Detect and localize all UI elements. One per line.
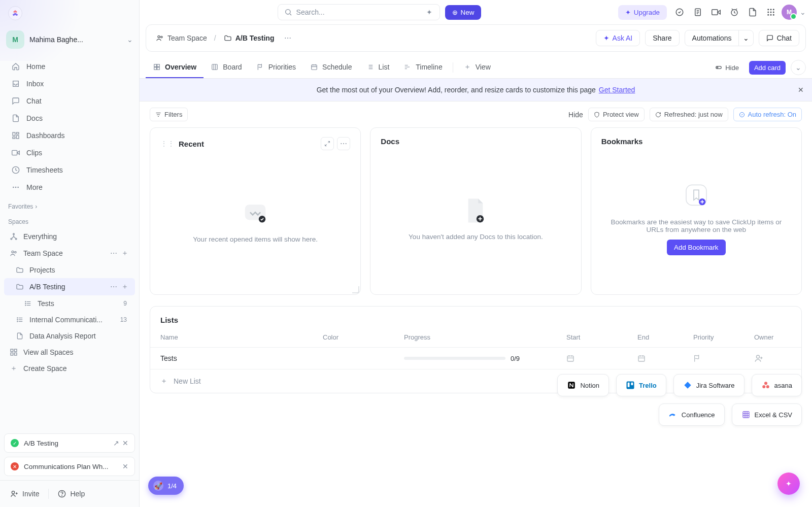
button-label: Hide [725, 64, 739, 72]
close-icon[interactable]: ✕ [122, 462, 128, 470]
plus-icon[interactable]: ＋ [120, 282, 130, 292]
nav-home[interactable]: Home [5, 58, 134, 75]
import-confluence[interactable]: Confluence [659, 403, 725, 426]
tree-tests[interactable]: Tests9 [4, 295, 135, 312]
new-button[interactable]: ⊕New [445, 5, 482, 20]
reminder-icon[interactable] [727, 5, 742, 20]
notepad-icon[interactable] [690, 5, 705, 20]
button-label: Upgrade [634, 9, 660, 16]
automations-dropdown[interactable]: ⌄ [738, 30, 754, 46]
chat-icon [766, 35, 773, 42]
add-bookmark-button[interactable]: Add Bookmark [667, 240, 725, 255]
resize-handle[interactable] [352, 286, 359, 293]
invite-button[interactable]: Invite [5, 487, 44, 501]
plus-icon[interactable]: ＋ [120, 248, 130, 258]
nav-timesheets[interactable]: Timesheets [5, 161, 134, 179]
more-icon[interactable]: ⋯ [281, 33, 294, 43]
help-button[interactable]: Help [53, 487, 90, 501]
ai-fab-button[interactable]: ✦ [777, 472, 800, 495]
add-view-button[interactable]: ＋View [456, 57, 498, 78]
owner-cell[interactable] [754, 354, 805, 363]
svg-point-72 [757, 355, 760, 358]
progress-text: 0/9 [511, 355, 520, 362]
tree-internal-comm[interactable]: Internal Communicati...13 [4, 312, 135, 328]
tab-overview[interactable]: Overview [146, 57, 204, 78]
ask-ai-button[interactable]: ✦Ask AI [596, 30, 640, 46]
svg-point-8 [13, 187, 14, 187]
tab-schedule[interactable]: Schedule [303, 57, 359, 78]
more-icon[interactable]: ⋯ [337, 137, 350, 150]
tree-create-space[interactable]: ＋Create Space [4, 360, 135, 377]
nav-chat[interactable]: Chat [5, 92, 134, 110]
workspace-switcher[interactable]: M Mahima Baghe... ⌄ [0, 26, 139, 53]
tree-projects[interactable]: Projects [4, 262, 135, 278]
share-button[interactable]: Share [645, 30, 679, 46]
breadcrumb-separator: / [214, 34, 216, 42]
tree-team-space[interactable]: Team Space ⋯＋ [4, 245, 135, 262]
svg-rect-3 [13, 137, 15, 139]
global-search[interactable]: Search... ✦ [278, 4, 440, 20]
apps-grid-icon[interactable] [763, 5, 779, 20]
chat-button[interactable]: Chat [759, 30, 799, 46]
svg-point-44 [770, 12, 772, 13]
protect-view-button[interactable]: Protect view [588, 108, 645, 121]
close-icon[interactable]: ✕ [122, 439, 128, 447]
card-options-button[interactable]: ⌄ [791, 60, 806, 75]
chevron-down-icon[interactable]: ⌄ [800, 8, 806, 16]
tree-data-report[interactable]: Data Analysis Report [4, 328, 135, 344]
docs-icon[interactable] [745, 5, 760, 20]
record-icon[interactable] [708, 5, 724, 20]
nav-label: Docs [26, 114, 43, 122]
nav-dashboards[interactable]: Dashboards [5, 127, 134, 144]
tab-board[interactable]: Board [204, 57, 249, 78]
tab-timeline[interactable]: Timeline [396, 57, 449, 78]
footer-label: Help [70, 490, 85, 498]
task-tray-icon[interactable] [672, 5, 687, 20]
hide-toggle[interactable]: Hide [710, 61, 744, 75]
card-bookmarks: Bookmarks Bookmarks are the easiest way … [591, 127, 802, 295]
tab-list[interactable]: List [359, 57, 396, 78]
add-card-button[interactable]: Add card [749, 61, 786, 75]
tab-priorities[interactable]: Priorities [249, 57, 303, 78]
import-asana[interactable]: asana [752, 374, 802, 396]
chip-label: Jira Software [696, 382, 735, 389]
nav-inbox[interactable]: Inbox [5, 75, 134, 92]
banner-link[interactable]: Get Started [599, 86, 635, 94]
start-date-cell[interactable] [566, 354, 637, 362]
priority-cell[interactable] [693, 354, 754, 362]
onboarding-progress[interactable]: 🚀 1/4 [148, 477, 184, 495]
import-trello[interactable]: Trello [616, 374, 666, 396]
filters-button[interactable]: Filters [150, 108, 188, 121]
svg-point-31 [12, 491, 14, 494]
import-notion[interactable]: Notion [557, 374, 609, 396]
nav-clips[interactable]: Clips [5, 144, 134, 161]
drag-handle-icon[interactable]: ⋮⋮ [160, 140, 175, 148]
svg-rect-76 [631, 383, 633, 385]
tree-ab-testing[interactable]: A/B Testing ⋯＋ [4, 278, 135, 295]
import-jira[interactable]: Jira Software [673, 374, 745, 396]
expand-icon[interactable] [321, 137, 334, 150]
open-icon[interactable]: ↗ [113, 439, 119, 447]
automations-button[interactable]: Automations [685, 30, 739, 46]
breadcrumb-ab-testing[interactable]: A/B Testing [220, 31, 278, 45]
auto-refresh-toggle[interactable]: Auto refresh: On [733, 108, 802, 121]
tab-label: Timeline [416, 63, 442, 71]
import-excel-csv[interactable]: Excel & CSV [732, 403, 802, 426]
more-icon[interactable]: ⋯ [109, 282, 119, 292]
close-icon[interactable]: ✕ [798, 86, 804, 94]
user-avatar[interactable]: M [782, 5, 797, 20]
more-icon[interactable]: ⋯ [109, 248, 119, 258]
end-date-cell[interactable] [637, 354, 693, 362]
list-row[interactable]: Tests 0/9 [150, 348, 801, 369]
tree-view-all-spaces[interactable]: View all Spaces [4, 344, 135, 360]
breadcrumb-team-space[interactable]: Team Space [152, 31, 210, 45]
nav-docs[interactable]: Docs [5, 110, 134, 127]
refresh-status[interactable]: Refreshed: just now [650, 108, 728, 121]
tree-everything[interactable]: Everything [4, 228, 135, 245]
favorites-section[interactable]: Favorites› [0, 198, 139, 213]
hide-link[interactable]: Hide [568, 111, 583, 119]
app-logo[interactable] [8, 6, 22, 20]
upgrade-button[interactable]: ✦Upgrade [618, 5, 667, 20]
svg-point-79 [766, 385, 769, 388]
nav-more[interactable]: More [5, 179, 134, 196]
